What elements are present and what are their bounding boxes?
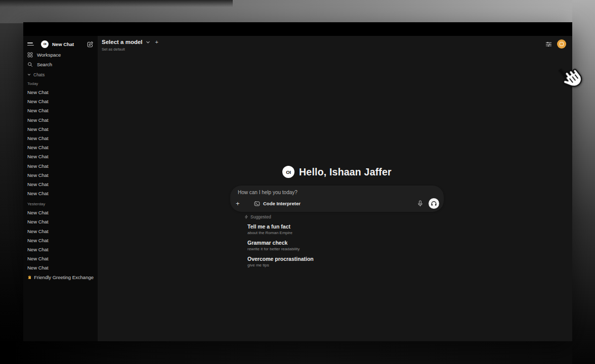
suggested-prompt[interactable]: Tell me a fun factabout the Roman Empire (244, 223, 444, 236)
suggested-prompt[interactable]: Overcome procrastinationgive me tips (244, 256, 444, 268)
sidebar-toggle-icon[interactable] (27, 42, 35, 46)
code-interpreter-button[interactable]: Code Interpreter (254, 201, 301, 207)
app-logo-large: OI (282, 166, 294, 178)
sidebar-chat-item[interactable]: New Chat (27, 134, 94, 143)
sidebar-chat-item[interactable]: New Chat (27, 227, 94, 236)
app-logo: OI (41, 40, 49, 48)
sidebar-chat-item[interactable]: New Chat (27, 236, 94, 245)
desktop-stage: OI New Chat (0, 0, 595, 364)
greeting-text: Hello, Ishaan Jaffer (299, 166, 392, 178)
add-model-button[interactable]: + (155, 39, 158, 45)
sidebar-chat-item[interactable]: New Chat (27, 88, 94, 97)
new-chat-edit-icon[interactable] (87, 41, 94, 48)
sidebar-chat-item[interactable]: New Chat (27, 106, 94, 115)
message-composer[interactable]: + Code Interpreter (230, 186, 444, 212)
microphone-button[interactable] (417, 200, 423, 207)
search-icon (27, 62, 33, 67)
sidebar-header: OI New Chat (27, 39, 94, 49)
avatar-image (560, 42, 564, 46)
window-top-strip (23, 22, 572, 36)
sidebar-chat-item[interactable]: New Chat (27, 162, 94, 171)
sidebar-chat-item[interactable]: New Chat (27, 125, 94, 134)
sidebar-chat-item[interactable]: Friendly Greeting Exchange (27, 273, 94, 282)
waving-hand-icon (27, 275, 32, 280)
chevron-down-icon (27, 73, 31, 76)
background-gradient-right (572, 0, 595, 364)
chat-item-label: Friendly Greeting Exchange (34, 273, 94, 282)
sidebar-chat-item[interactable]: New Chat (27, 245, 94, 254)
terminal-icon (254, 201, 260, 207)
background-gradient-bottom (0, 341, 572, 364)
chats-section-toggle[interactable]: Chats (27, 71, 94, 78)
sidebar-chat-item[interactable]: New Chat (27, 180, 94, 189)
background-shade-top-left (0, 0, 233, 7)
background-gradient-left (0, 23, 23, 364)
suggested-prompt-subtitle: give me tips (247, 262, 444, 268)
suggested-prompt-title: Overcome procrastination (247, 256, 444, 262)
suggested-label: Suggested (250, 214, 271, 219)
sidebar-chat-item[interactable]: New Chat (27, 217, 94, 226)
chat-group-label: Yesterday (27, 201, 94, 207)
sidebar-chat-item[interactable]: New Chat (27, 97, 94, 106)
sidebar-chat-item[interactable]: New Chat (27, 171, 94, 180)
headphones-icon (431, 200, 437, 207)
chats-section-label: Chats (33, 72, 45, 77)
main-pane: Select a model + Set as default (98, 36, 572, 341)
suggested-prompt-title: Tell me a fun fact (247, 223, 444, 230)
suggested-prompt-subtitle: rewrite it for better readability (247, 246, 444, 252)
suggested-section: Suggested Tell me a fun factabout the Ro… (230, 214, 444, 268)
chat-group-label: Today (27, 81, 94, 87)
sidebar-chat-item[interactable]: New Chat (27, 152, 94, 161)
user-avatar[interactable] (557, 39, 566, 49)
sidebar-chat-item[interactable]: New Chat (27, 189, 94, 198)
greeting-row: OI Hello, Ishaan Jaffer (230, 165, 444, 178)
message-input[interactable] (238, 190, 436, 198)
sidebar-chat-item[interactable]: New Chat (27, 116, 94, 125)
workspace-grid-icon (27, 52, 33, 58)
suggested-list: Tell me a fun factabout the Roman Empire… (244, 223, 444, 268)
sidebar: OI New Chat (23, 36, 98, 341)
sidebar-title: New Chat (52, 41, 87, 47)
controls-sliders-icon[interactable] (545, 41, 552, 48)
chat-history-list: TodayNew ChatNew ChatNew ChatNew ChatNew… (27, 81, 94, 282)
sidebar-chat-item[interactable]: New Chat (27, 263, 94, 272)
sidebar-chat-item[interactable]: New Chat (27, 143, 94, 152)
microphone-icon (417, 200, 423, 207)
model-selector[interactable]: Select a model + (102, 39, 158, 45)
workspace-label: Workspace (37, 52, 61, 58)
code-interpreter-label: Code Interpreter (263, 201, 301, 206)
suggested-header: Suggested (244, 214, 444, 219)
suggested-prompt-subtitle: about the Roman Empire (247, 230, 444, 236)
suggested-prompt[interactable]: Grammar checkrewrite it for better reada… (244, 240, 444, 252)
model-bar: Select a model + Set as default (102, 39, 158, 52)
sidebar-chat-item[interactable]: New Chat (27, 254, 94, 263)
bolt-icon (244, 215, 248, 219)
search-label: Search (37, 62, 52, 67)
composer-toolbar: + Code Interpreter (236, 198, 439, 209)
attach-plus-button[interactable]: + (236, 200, 243, 207)
sidebar-item-workspace[interactable]: Workspace (27, 50, 94, 60)
set-as-default-button[interactable]: Set as default (102, 47, 158, 52)
sidebar-chat-item[interactable]: New Chat (27, 208, 94, 217)
topright-controls (545, 39, 566, 49)
sidebar-item-search[interactable]: Search (27, 60, 94, 69)
app-window: OI New Chat (23, 22, 572, 341)
voice-call-button[interactable] (429, 198, 439, 209)
suggested-prompt-title: Grammar check (247, 240, 444, 246)
model-selector-label: Select a model (102, 39, 143, 45)
chevron-down-icon (146, 40, 150, 44)
hero-section: OI Hello, Ishaan Jaffer + (230, 165, 444, 272)
